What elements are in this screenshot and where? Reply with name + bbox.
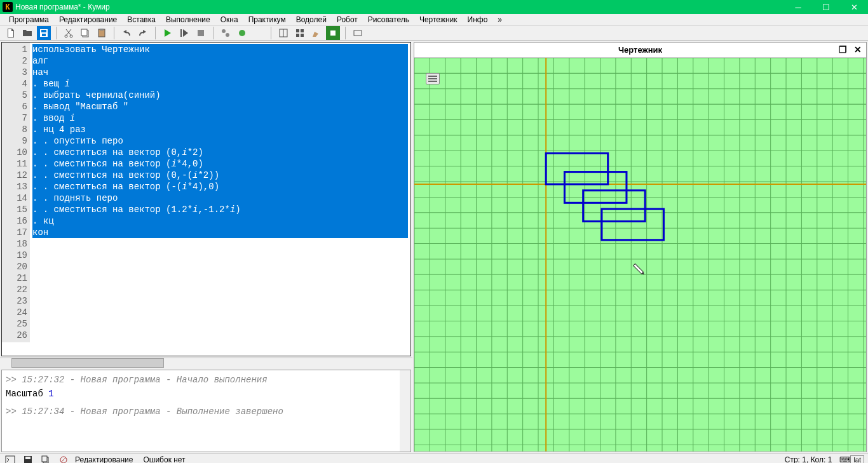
console-line: >> 15:27:34 - Новая программа - Выполнен… [6, 405, 407, 419]
svg-rect-86 [42, 456, 47, 462]
paste-button[interactable] [95, 26, 109, 40]
menu-Рисователь[interactable]: Рисователь [363, 14, 414, 25]
menu-Редактирование[interactable]: Редактирование [54, 14, 122, 25]
window-title: Новая программа* - Кумир [15, 3, 784, 11]
minimize-button[interactable]: ─ [784, 0, 812, 14]
code-line[interactable]: нач [32, 67, 408, 78]
tool-turtle-button[interactable] [235, 26, 249, 40]
svg-rect-6 [180, 29, 182, 37]
save-file-button[interactable] [37, 26, 51, 40]
code-line[interactable]: . вывод "Масштаб " [32, 101, 408, 112]
maximize-button[interactable]: ☐ [812, 0, 840, 14]
code-line[interactable]: алг [32, 55, 408, 67]
menu-bar: ПрограммаРедактированиеВставкаВыполнение… [0, 14, 868, 26]
code-line[interactable]: . . сместиться на вектор (0,-(i*2)) [32, 170, 408, 181]
undo-button[interactable] [119, 26, 133, 40]
drafter-panel-title: Чертежник [618, 45, 662, 55]
tool-vodoley-button[interactable] [252, 26, 266, 40]
code-line[interactable]: . . сместиться на вектор (-(i*4),0) [32, 181, 408, 192]
menu-Чертежник[interactable]: Чертежник [414, 14, 463, 25]
code-area[interactable]: использовать Чертежникалгнач. вещ i. выб… [30, 43, 410, 356]
menu-Инфо[interactable]: Инфо [463, 14, 493, 25]
drafter-panel: Чертежник ❐ ✕ [414, 42, 867, 452]
tool-grid2-button[interactable] [293, 26, 307, 40]
svg-point-8 [222, 29, 226, 33]
new-file-button[interactable] [4, 26, 18, 40]
status-lang[interactable]: lat [850, 455, 864, 463]
code-line[interactable]: кон [32, 227, 408, 238]
status-errors: Ошибок нет [143, 455, 185, 463]
panel-expand-button[interactable]: ❐ [837, 44, 848, 55]
status-clear-icon[interactable] [57, 454, 70, 463]
line-gutter: 1234567891011121314151617181920212223242… [2, 43, 30, 342]
copy-button[interactable] [78, 26, 92, 40]
open-file-button[interactable] [20, 26, 34, 40]
tool-robot-button[interactable] [326, 26, 340, 40]
svg-rect-13 [296, 29, 299, 32]
drafter-panel-header: Чертежник ❐ ✕ [414, 43, 866, 58]
svg-rect-18 [354, 30, 362, 36]
status-mode: Редактирование [75, 455, 133, 463]
toolbar [0, 26, 868, 41]
code-line[interactable]: . кц [32, 215, 408, 227]
main-area: 1234567891011121314151617181920212223242… [0, 41, 868, 453]
svg-rect-17 [330, 30, 336, 36]
menu-Выполнение[interactable]: Выполнение [161, 14, 215, 25]
svg-rect-15 [296, 34, 299, 37]
status-bar: Редактирование Ошибок нет Стр: 1, Кол: 1… [0, 453, 868, 463]
status-console-icon[interactable] [4, 454, 17, 463]
code-line[interactable]: . нц 4 раз [32, 124, 408, 135]
svg-point-9 [226, 33, 229, 37]
step-button[interactable] [177, 26, 191, 40]
console-vscrollbar[interactable] [400, 370, 410, 452]
tool-paint-button[interactable] [309, 26, 323, 40]
code-line[interactable]: . . опустить перо [32, 135, 408, 147]
svg-rect-7 [198, 30, 204, 36]
status-copy-icon[interactable] [39, 454, 52, 463]
code-line[interactable]: . . сместиться на вектор (0,i*2) [32, 147, 408, 158]
svg-rect-3 [81, 29, 87, 36]
menu-Вставка[interactable]: Вставка [122, 14, 161, 25]
svg-rect-83 [6, 456, 15, 463]
cut-button[interactable] [62, 26, 76, 40]
svg-rect-84 [25, 457, 31, 459]
app-icon: К [3, 2, 13, 12]
code-line[interactable]: . выбрать чернила(синий) [32, 90, 408, 101]
stop-button[interactable] [194, 26, 208, 40]
svg-point-10 [239, 30, 245, 36]
editor-column: 1234567891011121314151617181920212223242… [0, 41, 412, 453]
menu-Практикум[interactable]: Практикум [243, 14, 291, 25]
redo-button[interactable] [136, 26, 150, 40]
svg-line-88 [61, 457, 66, 462]
console-prompt: Масштаб 1 [6, 387, 407, 401]
code-line[interactable]: использовать Чертежник [32, 44, 408, 55]
svg-rect-5 [100, 29, 104, 30]
close-button[interactable]: ✕ [840, 0, 868, 14]
code-line[interactable]: . . сместиться на вектор (i*4,0) [32, 158, 408, 170]
menu-Водолей[interactable]: Водолей [291, 14, 332, 25]
menu-Робот[interactable]: Робот [332, 14, 363, 25]
tool-grid1-button[interactable] [276, 26, 290, 40]
title-bar: К Новая программа* - Кумир ─ ☐ ✕ [0, 0, 868, 14]
run-button[interactable] [161, 26, 175, 40]
editor-hscrollbar[interactable] [0, 358, 412, 368]
menu-Программа[interactable]: Программа [4, 14, 54, 25]
svg-rect-19 [414, 58, 866, 452]
tool-actors-button[interactable] [219, 26, 233, 40]
output-console[interactable]: >> 15:27:32 - Новая программа - Начало в… [1, 370, 411, 452]
panel-close-button[interactable]: ✕ [852, 44, 864, 55]
menu-»[interactable]: » [492, 14, 507, 25]
status-save-icon[interactable] [22, 454, 34, 463]
code-line[interactable]: . . поднять перо [32, 192, 408, 204]
status-keyboard-icon: ⌨ [839, 455, 850, 463]
code-editor[interactable]: 1234567891011121314151617181920212223242… [1, 42, 411, 356]
menu-Окна[interactable]: Окна [215, 14, 243, 25]
code-line[interactable]: . . сместиться на вектор (1.2*i,-1.2*i) [32, 204, 408, 215]
canvas-menu-button[interactable] [426, 73, 440, 84]
svg-rect-16 [301, 34, 304, 37]
code-line[interactable]: . вещ i [32, 78, 408, 90]
status-cursor-pos: Стр: 1, Кол: 1 [785, 455, 832, 463]
tool-extra-button[interactable] [351, 26, 365, 40]
code-line[interactable]: . ввод i [32, 112, 408, 124]
drafter-canvas[interactable] [414, 58, 866, 452]
